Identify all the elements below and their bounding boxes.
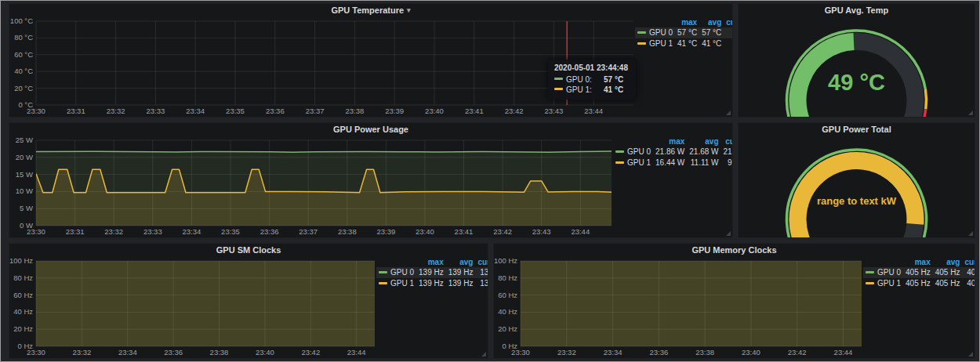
- legend-series-name[interactable]: GPU 0: [613, 147, 653, 157]
- panel-header[interactable]: GPU Power Total: [739, 123, 975, 136]
- svg-text:23:33: 23:33: [143, 227, 162, 236]
- panel-header[interactable]: GPU Power Usage: [9, 123, 732, 136]
- panel-resize-handle[interactable]: [481, 352, 486, 357]
- panel-title[interactable]: GPU Power Total: [822, 125, 891, 134]
- legend-value: 405 Hz: [962, 278, 975, 289]
- svg-text:23:32: 23:32: [107, 107, 125, 115]
- panel-gpu-avg-temp: GPU Avg. Temp 49 °C: [738, 3, 975, 118]
- panel-resize-handle[interactable]: [968, 110, 973, 115]
- svg-text:23:44: 23:44: [834, 348, 853, 357]
- svg-text:23:37: 23:37: [306, 107, 325, 115]
- panel-header[interactable]: GPU SM Clocks: [9, 244, 488, 256]
- svg-text:20 Hz: 20 Hz: [13, 324, 33, 333]
- legend-value: 57 °C: [699, 27, 724, 38]
- legend-col-header[interactable]: max: [653, 137, 687, 147]
- legend-series-name[interactable]: GPU 0: [863, 267, 903, 278]
- svg-text:60 °C: 60 °C: [14, 50, 33, 59]
- panel-title[interactable]: GPU Avg. Temp: [825, 5, 889, 15]
- gpu-sm-clocks-chart[interactable]: 0 Hz20 Hz40 Hz60 Hz80 Hz100 Hz23:3023:32…: [9, 256, 376, 358]
- svg-text:23:43: 23:43: [532, 227, 551, 236]
- legend-series-name[interactable]: GPU 0: [376, 267, 416, 278]
- svg-text:100 °C: 100 °C: [10, 16, 33, 25]
- panel-resize-handle[interactable]: [968, 352, 973, 357]
- panel-gpu-power-usage: GPU Power Usage 0 W5 W10 W15 W20 W25 W23…: [9, 122, 733, 238]
- legend-row: GPU 057 °C57 °C57 °C: [635, 27, 733, 38]
- svg-text:23:35: 23:35: [226, 107, 245, 115]
- legend-col-header[interactable]: avg: [699, 18, 724, 27]
- chevron-down-icon[interactable]: ▾: [407, 6, 411, 14]
- legend-series-name[interactable]: GPU 1: [613, 157, 653, 168]
- svg-text:60 Hz: 60 Hz: [13, 291, 33, 299]
- legend-value: 41 °C: [675, 38, 699, 49]
- svg-text:23:42: 23:42: [505, 107, 524, 115]
- panel-header[interactable]: GPU Memory Clocks: [494, 244, 975, 256]
- svg-text:40 °C: 40 °C: [14, 67, 33, 75]
- svg-text:23:30: 23:30: [27, 107, 45, 115]
- legend-col-header[interactable]: avg: [687, 137, 720, 147]
- panel-gpu-sm-clocks: GPU SM Clocks 0 Hz20 Hz40 Hz60 Hz80 Hz10…: [9, 243, 488, 359]
- legend-corner: [635, 18, 675, 27]
- panel-header[interactable]: GPU Avg. Temp: [739, 4, 975, 16]
- series-color-dash: [637, 31, 646, 34]
- panel-title[interactable]: GPU Temperature: [331, 5, 404, 15]
- svg-text:23:31: 23:31: [66, 227, 85, 236]
- series-color-dash: [379, 282, 387, 284]
- legend-table: maxavgcurrentGPU 0405 Hz405 Hz405 HzGPU …: [863, 256, 975, 358]
- legend-col-header[interactable]: max: [903, 258, 933, 267]
- panel-gpu-temperature: GPU Temperature ▾ 0 °C20 °C40 °C60 °C80 …: [9, 3, 733, 118]
- svg-text:5 W: 5 W: [20, 204, 33, 212]
- svg-text:80 Hz: 80 Hz: [13, 273, 33, 282]
- svg-text:23:36: 23:36: [164, 348, 183, 357]
- tooltip-row: GPU 1: 41 °C: [554, 85, 628, 95]
- legend-col-header[interactable]: max: [675, 18, 699, 27]
- legend-col-header[interactable]: avg: [933, 258, 963, 267]
- legend-value: 57 °C: [724, 27, 733, 38]
- legend-col-header[interactable]: current: [724, 18, 733, 27]
- panel-header[interactable]: GPU Temperature ▾: [9, 4, 732, 16]
- series-color-dash: [637, 42, 646, 45]
- legend-value: 139 Hz: [416, 267, 446, 278]
- svg-text:10 W: 10 W: [16, 186, 33, 195]
- panel-resize-handle[interactable]: [726, 110, 731, 115]
- legend-value: 9.79 W: [721, 157, 733, 168]
- gpu-temperature-chart[interactable]: 0 °C20 °C40 °C60 °C80 °C100 °C23:3023:31…: [9, 16, 635, 117]
- series-color-dash: [615, 161, 624, 164]
- panel-gpu-memory-clocks: GPU Memory Clocks 0 Hz20 Hz40 Hz60 Hz80 …: [493, 243, 975, 359]
- panel-resize-handle[interactable]: [968, 231, 973, 236]
- svg-text:23:32: 23:32: [557, 348, 576, 357]
- legend-col-header[interactable]: current: [962, 258, 975, 267]
- panel-title[interactable]: GPU Memory Clocks: [691, 245, 776, 255]
- panel-resize-handle[interactable]: [726, 231, 731, 236]
- panel-title[interactable]: GPU SM Clocks: [216, 245, 281, 255]
- svg-text:23:30: 23:30: [27, 227, 45, 236]
- svg-text:23:41: 23:41: [455, 227, 474, 236]
- legend-corner: [863, 258, 903, 267]
- legend-series-name[interactable]: GPU 0: [635, 27, 675, 38]
- legend-value: 405 Hz: [933, 278, 963, 289]
- svg-text:23:34: 23:34: [186, 107, 205, 115]
- svg-text:23:42: 23:42: [301, 348, 320, 357]
- svg-text:23:40: 23:40: [416, 227, 434, 236]
- legend-value: 139 Hz: [446, 278, 476, 289]
- legend-series-name[interactable]: GPU 1: [376, 278, 416, 289]
- gpu-memory-clocks-chart[interactable]: 0 Hz20 Hz40 Hz60 Hz80 Hz100 Hz23:3023:32…: [494, 256, 863, 358]
- legend-col-header[interactable]: current: [475, 258, 488, 267]
- legend-col-header[interactable]: avg: [446, 258, 476, 267]
- svg-text:23:39: 23:39: [385, 107, 404, 115]
- svg-text:23:42: 23:42: [493, 227, 512, 236]
- svg-text:23:30: 23:30: [27, 348, 45, 357]
- svg-text:23:44: 23:44: [347, 348, 366, 357]
- svg-text:40 Hz: 40 Hz: [13, 307, 33, 316]
- legend-series-name[interactable]: GPU 1: [863, 278, 903, 289]
- legend-col-header[interactable]: current: [721, 137, 733, 147]
- svg-text:15 W: 15 W: [16, 170, 33, 179]
- svg-text:23:44: 23:44: [584, 107, 603, 115]
- legend-value: 139 Hz: [416, 278, 446, 289]
- svg-text:23:34: 23:34: [183, 227, 201, 236]
- svg-text:23:36: 23:36: [650, 348, 669, 357]
- panel-title[interactable]: GPU Power Usage: [333, 125, 408, 134]
- gpu-power-usage-chart[interactable]: 0 W5 W10 W15 W20 W25 W23:3023:3123:3223:…: [9, 136, 613, 237]
- legend-col-header[interactable]: max: [416, 258, 446, 267]
- tooltip-series-value: 57 °C: [604, 74, 623, 85]
- legend-series-name[interactable]: GPU 1: [635, 38, 675, 49]
